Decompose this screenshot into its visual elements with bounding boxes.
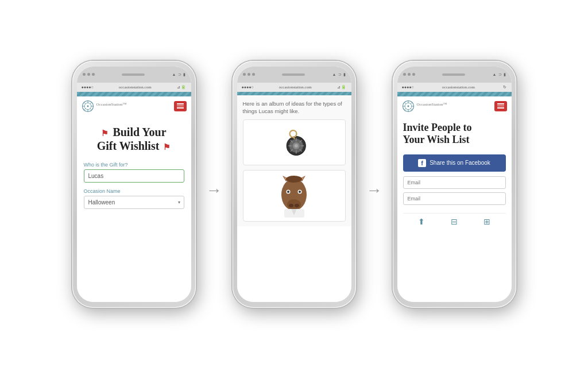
logo-area-3: OccasionStation™: [402, 100, 447, 113]
hamburger-line-5: [497, 106, 504, 107]
dot-5: [247, 73, 250, 76]
who-label: Who is the Gift for?: [84, 162, 184, 168]
phone-2: ▲ ⊃ ▮ ●●●●○ occasionstation.com ⊿ 🔋 Here…: [233, 61, 356, 308]
share-icon[interactable]: ⬆: [418, 217, 425, 227]
signal-icon: ▲: [172, 72, 176, 77]
bookmark-icon[interactable]: ⊟: [451, 217, 458, 227]
phone-2-speaker: [282, 73, 305, 76]
svg-line-49: [404, 108, 406, 110]
url-text: occasionstation.com: [119, 85, 152, 90]
wifi-icon-2: ⊃: [338, 72, 342, 77]
svg-point-37: [286, 176, 302, 183]
occasion-select[interactable]: Halloween: [84, 196, 184, 209]
svg-line-7: [84, 102, 86, 104]
phone-3-teal-stripe: [397, 92, 512, 96]
dot-8: [408, 73, 411, 76]
dot-1: [83, 73, 86, 76]
phone-3-speaker: [442, 73, 465, 76]
battery-status: ⊿ 🔋: [177, 85, 187, 90]
keychain-icon: [277, 125, 311, 160]
fb-btn-label: Share this on Facebook: [430, 160, 490, 166]
svg-point-35: [289, 204, 293, 207]
email-input-2[interactable]: [403, 192, 506, 205]
svg-line-48: [410, 102, 412, 104]
svg-line-47: [410, 108, 412, 110]
phone-3: ▲ ⊃ ▮ ●●●●○ occasionstation.com ↻: [393, 61, 516, 308]
logo-area: OccasionStation™: [82, 100, 127, 113]
dot-7: [403, 73, 406, 76]
bottom-icons-bar: ⬆ ⊟ ⊞: [403, 213, 506, 228]
phone-1-dots: [83, 73, 95, 76]
svg-point-41: [407, 105, 409, 107]
logo-text-3: OccasionStation™: [417, 102, 447, 110]
facebook-share-button[interactable]: f Share this on Facebook: [403, 154, 506, 172]
who-input[interactable]: [84, 169, 184, 183]
wifi-icon: ⊃: [178, 72, 181, 77]
invite-title: Invite People to Your Wish List: [403, 122, 506, 146]
phone-1-app-header: OccasionStation™: [77, 96, 191, 116]
flag-right-icon: ⚑: [163, 143, 171, 152]
svg-line-46: [404, 102, 406, 104]
dot-4: [243, 73, 246, 76]
phone-3-icons: ▲ ⊃ ▮: [493, 72, 506, 77]
wifi-icon-3: ⊃: [498, 72, 502, 77]
wishlist-title: ⚑ Build Your Gift Wishlist ⚑: [84, 123, 184, 155]
phone-3-dots: [403, 73, 415, 76]
hamburger-line-1: [177, 103, 184, 104]
dot-3: [92, 73, 95, 76]
horse-mask-icon: [276, 175, 313, 218]
arrow-1: →: [206, 181, 222, 199]
gift-card-keychain: [243, 119, 346, 165]
phone-1-content: ⚑ Build Your Gift Wishlist ⚑ Who is the …: [77, 116, 191, 302]
phone-3-app-header: OccasionStation™: [397, 96, 512, 116]
battery-status-2: ⊿ 🔋: [337, 85, 347, 90]
phone-2-statusbar: ●●●●○ occasionstation.com ⊿ 🔋: [237, 83, 351, 92]
phone-1-body: ⚑ Build Your Gift Wishlist ⚑ Who is the …: [77, 116, 191, 216]
grid-icon[interactable]: ⊞: [483, 217, 490, 227]
hamburger-line-2: [177, 106, 184, 107]
svg-point-34: [287, 199, 301, 210]
logo-wheel-icon-3: [402, 100, 415, 113]
phone-3-body: Invite People to Your Wish List f Share …: [397, 116, 512, 234]
hamburger-button[interactable]: [174, 101, 187, 111]
phone-1-statusbar: ●●●●○ occasionstation.com ⊿ 🔋: [77, 83, 191, 92]
signal-icon-3: ▲: [493, 72, 497, 77]
logo-text: OccasionStation™: [96, 102, 127, 110]
reload-icon[interactable]: ↻: [503, 85, 506, 90]
phone-2-body: Here is an album of ideas for the types …: [237, 95, 351, 227]
svg-point-36: [295, 204, 299, 207]
url-text-2: occasionstation.com: [279, 85, 312, 90]
logo-wheel-icon: [82, 100, 94, 113]
phone-1-speaker: [122, 73, 145, 76]
occasion-label: Occasion Name: [84, 188, 184, 194]
svg-line-9: [90, 102, 91, 104]
dot-2: [87, 73, 90, 76]
phone-2-content: Here is an album of ideas for the types …: [237, 95, 351, 302]
email-input-1[interactable]: [403, 176, 506, 189]
svg-point-14: [295, 144, 298, 148]
phone-3-topbar: ▲ ⊃ ▮: [397, 67, 512, 83]
signal-dots-3: ●●●●○: [402, 85, 414, 90]
signal-dots-2: ●●●●○: [242, 85, 254, 90]
phone-2-topbar: ▲ ⊃ ▮: [237, 67, 351, 83]
phone-1-topbar: ▲ ⊃ ▮: [77, 67, 191, 83]
hamburger-line-6: [497, 107, 504, 109]
phone-3-content: Invite People to Your Wish List f Share …: [397, 116, 512, 302]
hamburger-line-4: [497, 103, 504, 104]
battery-icon-2: ▮: [343, 72, 346, 77]
arrow-2: →: [366, 181, 382, 199]
phone-2-icons: ▲ ⊃ ▮: [332, 72, 346, 77]
phone-3-statusbar: ●●●●○ occasionstation.com ↻: [397, 83, 512, 92]
dot-9: [412, 73, 415, 76]
signal-icon-2: ▲: [332, 72, 336, 77]
svg-point-32: [287, 191, 289, 193]
svg-point-33: [299, 191, 301, 193]
svg-line-10: [84, 108, 86, 110]
hamburger-button-3[interactable]: [494, 101, 507, 111]
hamburger-line-3: [177, 107, 184, 109]
phone-1-teal-stripe: [77, 92, 191, 96]
svg-line-8: [90, 108, 91, 110]
phone-1-icons: ▲ ⊃ ▮: [172, 72, 185, 77]
dot-6: [252, 73, 255, 76]
facebook-icon: f: [418, 159, 426, 167]
